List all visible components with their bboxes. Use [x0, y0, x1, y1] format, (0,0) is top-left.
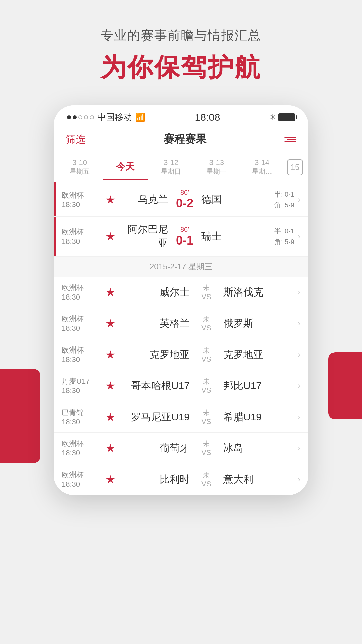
- calendar-icon[interactable]: 15: [287, 159, 303, 175]
- status-bar: 中国移动 📶 18:08 ✳: [54, 105, 308, 126]
- team-away: 瑞士: [201, 230, 247, 244]
- score-minute: 86′: [171, 189, 198, 196]
- teams-area: 葡萄牙 未 VS 冰岛: [119, 439, 294, 457]
- filter-line-3: [284, 141, 296, 142]
- date-tab-2[interactable]: 3-12 星期日: [148, 152, 194, 182]
- chevron-right-icon: ›: [298, 195, 300, 204]
- phone-wrapper: 中国移动 📶 18:08 ✳ 筛选 赛程赛果 3-10 星期五: [0, 105, 362, 495]
- teams-area: 威尔士 未 VS 斯洛伐克: [119, 283, 294, 301]
- team-away: 希腊U19: [223, 410, 291, 424]
- star-icon: ★: [105, 473, 115, 486]
- team-home: 罗马尼亚U19: [122, 410, 190, 424]
- date-tab-3[interactable]: 3-13 星期一: [194, 152, 239, 182]
- team-away: 邦比U17: [223, 379, 291, 393]
- app-header: 筛选 赛程赛果: [54, 126, 308, 152]
- header-area: 专业的赛事前瞻与情报汇总 为你保驾护航: [0, 0, 362, 105]
- favorite-button[interactable]: ★: [102, 348, 119, 361]
- signal-dots: [67, 115, 94, 119]
- team-away: 斯洛伐克: [223, 285, 291, 299]
- filter-button[interactable]: 筛选: [66, 132, 86, 146]
- team-home: 哥本哈根U17: [122, 379, 190, 393]
- table-row[interactable]: 欧洲杯 18:30 ★ 比利时 未 VS 意大利 ›: [54, 464, 308, 495]
- favorite-button[interactable]: ★: [102, 473, 119, 486]
- star-icon: ★: [105, 285, 115, 299]
- match-status: 未: [193, 408, 220, 417]
- chevron-right-icon: ›: [298, 412, 300, 422]
- teams-area: 哥本哈根U17 未 VS 邦比U17: [119, 377, 294, 395]
- date-name-0: 星期五: [58, 167, 101, 176]
- league-name: 欧洲杯: [62, 227, 102, 237]
- league-name: 欧洲杯: [62, 314, 102, 324]
- date-num-0: 3-10: [58, 158, 101, 167]
- filter-icon[interactable]: [284, 137, 296, 142]
- header-title: 为你保驾护航: [20, 51, 342, 85]
- league-info: 欧洲杯 18:30: [62, 190, 102, 209]
- league-name: 欧洲杯: [62, 190, 102, 200]
- league-info: 欧洲杯 18:30: [62, 283, 102, 302]
- table-row[interactable]: 丹麦U17 18:30 ★ 哥本哈根U17 未 VS 邦比U17 ›: [54, 370, 308, 401]
- signal-dot-3: [78, 115, 82, 119]
- phone-mockup: 中国移动 📶 18:08 ✳ 筛选 赛程赛果 3-10 星期五: [54, 105, 308, 495]
- date-today-label: 今天: [104, 160, 147, 173]
- league-info: 欧洲杯 18:30: [62, 314, 102, 333]
- bluetooth-icon: ✳: [269, 113, 276, 122]
- chevron-right-icon: ›: [298, 319, 300, 328]
- favorite-button[interactable]: ★: [102, 441, 119, 455]
- half-score: 半: 0-1: [251, 189, 294, 200]
- league-name: 欧洲杯: [62, 470, 102, 480]
- team-home: 葡萄牙: [122, 441, 190, 455]
- date-num-4: 3-14: [241, 158, 284, 167]
- table-row[interactable]: 欧洲杯 18:30 ★ 英格兰 未 VS 俄罗斯 ›: [54, 308, 308, 339]
- league-info: 巴青锦 18:30: [62, 408, 102, 426]
- favorite-button[interactable]: ★: [102, 285, 119, 299]
- date-tab-4[interactable]: 3-14 星期…: [239, 152, 285, 182]
- table-row[interactable]: 欧洲杯 18:30 ★ 威尔士 未 VS 斯洛伐克 ›: [54, 277, 308, 308]
- match-time: 18:30: [62, 324, 102, 333]
- team-home: 英格兰: [122, 317, 190, 330]
- score-area: 未 VS: [190, 408, 223, 426]
- date-divider: 2015-2-17 星期三: [54, 257, 308, 277]
- chevron-right-icon: ›: [298, 381, 300, 390]
- teams-area: 比利时 未 VS 意大利: [119, 471, 294, 488]
- chevron-right-icon: ›: [298, 475, 300, 484]
- half-info: 半: 0-1 角: 5-9: [251, 226, 294, 247]
- teams-area: 英格兰 未 VS 俄罗斯: [119, 315, 294, 332]
- match-time: 18:30: [62, 449, 102, 458]
- score-area: 86′ 0-1: [168, 226, 201, 248]
- match-status: 未: [193, 471, 220, 480]
- team-away: 德国: [201, 193, 247, 206]
- table-row[interactable]: 欧洲杯 18:30 ★ 克罗地亚 未 VS 克罗地亚 ›: [54, 339, 308, 370]
- favorite-button[interactable]: ★: [102, 193, 119, 206]
- league-info: 欧洲杯 18:30: [62, 470, 102, 489]
- vs-label: VS: [193, 324, 220, 332]
- live-bar: [54, 182, 56, 216]
- team-home: 阿尔巴尼亚: [122, 223, 168, 250]
- match-time: 18:30: [62, 386, 102, 395]
- teams-area: 克罗地亚 未 VS 克罗地亚: [119, 346, 294, 364]
- battery-icon: [278, 113, 295, 121]
- vs-label: VS: [193, 355, 220, 364]
- score-value: 0-1: [171, 233, 198, 248]
- table-row[interactable]: 欧洲杯 18:30 ★ 葡萄牙 未 VS 冰岛 ›: [54, 433, 308, 464]
- signal-dot-5: [90, 115, 94, 119]
- match-list: 欧洲杯 18:30 ★ 乌克兰 86′ 0-2 德国 半: 0-1 角: 5-9: [54, 182, 308, 495]
- date-tab-today[interactable]: 今天: [103, 154, 148, 180]
- table-row[interactable]: 欧洲杯 18:30 ★ 乌克兰 86′ 0-2 德国 半: 0-1 角: 5-9: [54, 182, 308, 217]
- score-minute: 86′: [171, 226, 198, 233]
- favorite-button[interactable]: ★: [102, 230, 119, 243]
- favorite-button[interactable]: ★: [102, 410, 119, 424]
- league-info: 欧洲杯 18:30: [62, 439, 102, 458]
- favorite-button[interactable]: ★: [102, 317, 119, 330]
- star-icon: ★: [105, 441, 115, 455]
- table-row[interactable]: 巴青锦 18:30 ★ 罗马尼亚U19 未 VS 希腊U19 ›: [54, 401, 308, 433]
- chevron-right-icon: ›: [298, 232, 300, 241]
- date-tab-0[interactable]: 3-10 星期五: [57, 152, 103, 182]
- carrier-name: 中国移动: [97, 111, 132, 123]
- chevron-right-icon: ›: [298, 443, 300, 453]
- vs-label: VS: [193, 386, 220, 395]
- score-area: 未 VS: [190, 346, 223, 364]
- star-icon: ★: [105, 379, 115, 392]
- cal-num: 15: [291, 163, 300, 172]
- table-row[interactable]: 欧洲杯 18:30 ★ 阿尔巴尼亚 86′ 0-1 瑞士 半: 0-1 角: 5: [54, 217, 308, 257]
- favorite-button[interactable]: ★: [102, 379, 119, 392]
